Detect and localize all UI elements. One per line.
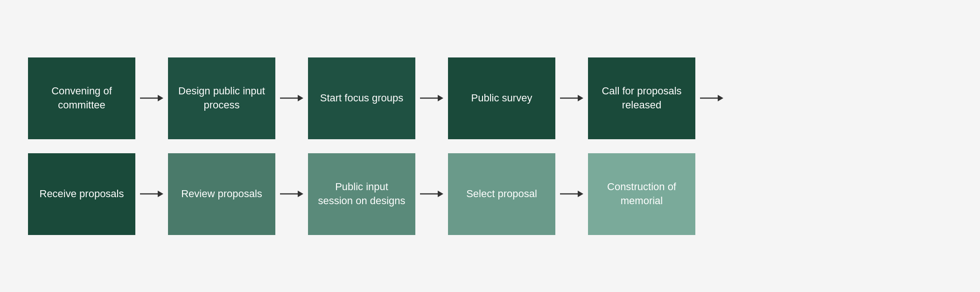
svg-marker-3 bbox=[298, 95, 303, 101]
step-public-input-session: Public input session on designs bbox=[308, 153, 415, 235]
arrow-trailing-1 bbox=[695, 92, 728, 105]
arrow-1 bbox=[135, 92, 168, 105]
process-row-1: Convening of committee Design public inp… bbox=[28, 57, 952, 139]
step-design-public-input: Design public input process bbox=[168, 57, 275, 139]
arrow-5 bbox=[135, 187, 168, 200]
svg-marker-1 bbox=[158, 95, 163, 101]
step-construction-memorial: Construction of memorial bbox=[588, 153, 695, 235]
svg-marker-15 bbox=[438, 191, 443, 197]
svg-marker-7 bbox=[578, 95, 583, 101]
step-start-focus-groups: Start focus groups bbox=[308, 57, 415, 139]
step-call-proposals: Call for proposals released bbox=[588, 57, 695, 139]
svg-marker-13 bbox=[298, 191, 303, 197]
arrow-7 bbox=[415, 187, 448, 200]
arrow-4 bbox=[555, 92, 588, 105]
step-receive-proposals: Receive proposals bbox=[28, 153, 135, 235]
arrow-8 bbox=[555, 187, 588, 200]
step-review-proposals: Review proposals bbox=[168, 153, 275, 235]
step-public-survey: Public survey bbox=[448, 57, 555, 139]
svg-marker-5 bbox=[438, 95, 443, 101]
step-convening-committee: Convening of committee bbox=[28, 57, 135, 139]
arrow-3 bbox=[415, 92, 448, 105]
arrow-6 bbox=[275, 187, 308, 200]
svg-marker-17 bbox=[578, 191, 583, 197]
step-select-proposal: Select proposal bbox=[448, 153, 555, 235]
process-row-2: Receive proposals Review proposals Publi… bbox=[28, 153, 952, 235]
arrow-2 bbox=[275, 92, 308, 105]
svg-marker-11 bbox=[158, 191, 163, 197]
process-diagram: Convening of committee Design public inp… bbox=[0, 39, 980, 254]
svg-marker-9 bbox=[718, 95, 723, 101]
